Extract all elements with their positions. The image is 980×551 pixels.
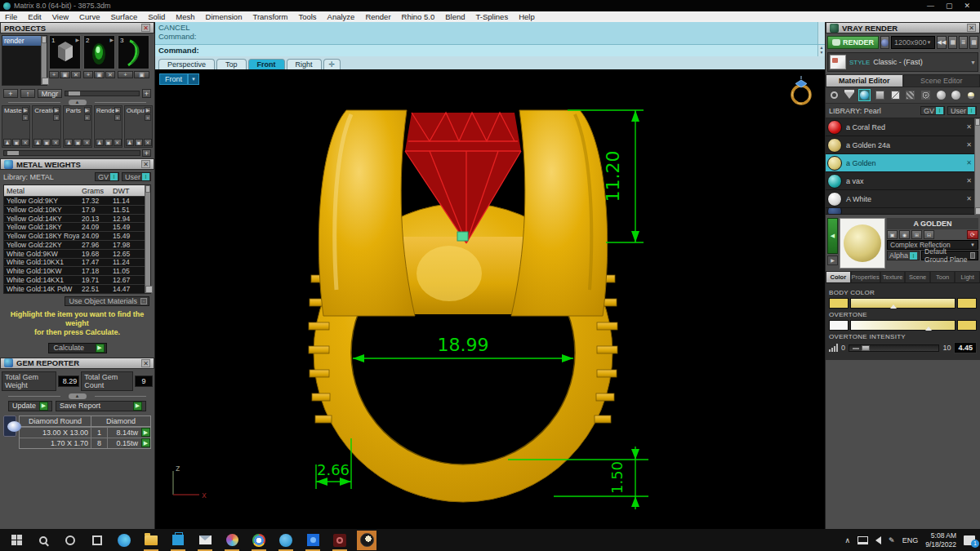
body-color-slider[interactable]	[850, 298, 956, 309]
material-preview[interactable]	[840, 218, 885, 269]
material-delete-icon[interactable]: ✕	[966, 159, 972, 167]
slider-marker[interactable]	[890, 304, 897, 309]
material-item[interactable]: a vax ✕	[826, 172, 980, 190]
calculate-button[interactable]: Calculate ▶	[48, 343, 107, 353]
thumbnail-arrow-icon[interactable]: ▶	[75, 37, 79, 42]
vray-close-icon[interactable]: ✕	[967, 24, 976, 32]
project-list[interactable]: render	[2, 35, 47, 86]
ring-orientation-widget[interactable]	[792, 76, 810, 104]
enamel-material-icon[interactable]	[874, 89, 886, 101]
stage-user-button[interactable]: ♟	[126, 139, 134, 146]
calculate-play-icon[interactable]: ▶	[96, 344, 105, 353]
table-row[interactable]: White Gold:14K PdW22.5114.47	[4, 284, 150, 293]
material-delete-icon[interactable]: ✕	[966, 195, 972, 202]
notification-center-button[interactable]: 1	[964, 535, 975, 545]
table-row[interactable]: Yellow Gold:18KY Royal24.0915.49	[4, 231, 150, 240]
update-button[interactable]: Update ▶	[8, 401, 52, 411]
pearl-material-icon[interactable]	[858, 89, 871, 101]
stage-del-button[interactable]: ✕	[21, 139, 29, 146]
tab-right[interactable]: Right	[287, 59, 322, 69]
project-up-button[interactable]: ↑	[20, 89, 35, 98]
file-explorer-button[interactable]	[141, 531, 161, 550]
stage-add-button[interactable]: +	[114, 114, 121, 121]
material-item[interactable]: a Coral Red ✕	[826, 118, 980, 136]
store-button[interactable]	[168, 531, 188, 550]
unassign-material-button[interactable]: ⊟	[924, 230, 934, 239]
menu-render[interactable]: Render	[365, 12, 390, 21]
menu-help[interactable]: Help	[519, 12, 535, 21]
stage-del-button[interactable]: ✕	[114, 139, 122, 146]
viewport-view-menu[interactable]: Front	[159, 73, 188, 85]
task-view-button[interactable]	[87, 531, 107, 550]
projects-panel-header[interactable]: PROJECTS ✕	[0, 22, 154, 33]
stage-column-render[interactable]: Render ▶+ ♟▣✕	[94, 105, 122, 148]
tab-toon[interactable]: Toon	[930, 271, 956, 282]
project-thumbnail-1[interactable]: 1 ▶	[49, 35, 81, 69]
menu-dimension[interactable]: Dimension	[206, 12, 243, 21]
menu-mesh[interactable]: Mesh	[176, 12, 194, 21]
rewind-button[interactable]: ◀◀	[937, 36, 947, 49]
stage-del-button[interactable]: ✕	[144, 139, 152, 146]
menu-tools[interactable]: Tools	[298, 12, 316, 21]
start-button[interactable]	[7, 531, 26, 550]
ground-plane-dropdown[interactable]: Default Ground Plane	[921, 251, 978, 260]
project-thumbnail-3[interactable]: 3	[118, 35, 149, 69]
viewport-canvas[interactable]: 18.99 11.20 2.66	[155, 69, 825, 529]
gem-reporter-header[interactable]: GEM REPORTER ✕	[0, 358, 154, 369]
table-row[interactable]: Yellow Gold:14KY20.1312.94	[4, 214, 150, 223]
gem-thumbnail[interactable]	[3, 415, 16, 437]
style-selector[interactable]: STYLE Classic - (Fast) ▼	[827, 52, 978, 72]
gem-material-icon[interactable]	[844, 89, 856, 101]
stage-user-button[interactable]: ♟	[96, 139, 104, 146]
overtone-swatch-left[interactable]	[829, 320, 849, 331]
menu-transform[interactable]: Transform	[252, 12, 287, 21]
tab-front[interactable]: Front	[248, 59, 285, 69]
render-region-button[interactable]: ▩	[969, 36, 978, 49]
body-color-swatch-right[interactable]	[957, 298, 977, 309]
material-delete-icon[interactable]: ✕	[966, 123, 972, 131]
material-item[interactable]: a Golden 24a ✕	[826, 136, 980, 154]
thumb-add-button[interactable]: +	[118, 71, 133, 78]
viewport-view-dropdown-icon[interactable]: ▼	[188, 73, 199, 85]
menu-surface[interactable]: Surface	[110, 12, 137, 21]
stage-save-button[interactable]: ▣	[135, 139, 143, 146]
close-button[interactable]: ✕	[964, 2, 970, 10]
material-delete-icon[interactable]: ✕	[966, 141, 972, 149]
stage-arrow-button[interactable]: ▶	[145, 107, 151, 113]
menu-blend[interactable]: Blend	[445, 12, 465, 21]
overtone-slider[interactable]	[850, 320, 956, 331]
chevron-down-icon[interactable]: ▼	[970, 60, 976, 65]
tab-perspective[interactable]: Perspective	[158, 59, 215, 69]
menu-curve[interactable]: Curve	[79, 12, 100, 21]
stage-column-creation[interactable]: Creation ▶+ ♟▣✕	[32, 105, 61, 148]
thumb-add-button[interactable]: +	[49, 71, 59, 78]
paint-button[interactable]	[222, 531, 242, 550]
projects-close-icon[interactable]: ✕	[141, 24, 150, 32]
stage-user-button[interactable]: ♟	[3, 139, 11, 146]
thumb-save-button[interactable]: ▣	[134, 71, 149, 78]
columns-plus-button[interactable]: +	[142, 149, 151, 157]
gem-row-play-icon[interactable]: ▶	[141, 438, 150, 447]
tray-chevron-icon[interactable]: ∧	[845, 536, 851, 544]
thumbnail-scrollbar[interactable]	[65, 91, 140, 96]
light-material-icon[interactable]	[965, 89, 978, 101]
tab-light[interactable]: Light	[955, 271, 980, 282]
render-button[interactable]: RENDER	[827, 36, 879, 49]
resolution-dropdown[interactable]: 1200x900 ▼	[891, 36, 935, 49]
material-forward-button[interactable]: ▶	[827, 256, 838, 265]
material-item-selected[interactable]: a Golden ✕	[826, 154, 980, 172]
gv-toggle[interactable]: GVI	[95, 172, 119, 181]
thumb-save-button[interactable]: ▣	[94, 71, 104, 78]
collapse-handle[interactable]: ▲	[69, 100, 87, 105]
assign-material-button[interactable]: ⊞	[911, 230, 922, 239]
material-item[interactable]	[826, 208, 980, 215]
project-thumbnail-2[interactable]: 2 ▶	[83, 35, 115, 69]
stage-add-button[interactable]: +	[145, 114, 151, 121]
stage-add-button[interactable]: +	[84, 114, 91, 121]
scroll-plus-button[interactable]: +	[142, 89, 151, 98]
mail-button[interactable]	[195, 531, 215, 550]
menu-analyze[interactable]: Analyze	[327, 12, 355, 21]
intensity-slider[interactable]	[849, 344, 939, 352]
command-spinner[interactable]: ▲▼	[817, 45, 825, 56]
search-button[interactable]	[33, 531, 53, 550]
